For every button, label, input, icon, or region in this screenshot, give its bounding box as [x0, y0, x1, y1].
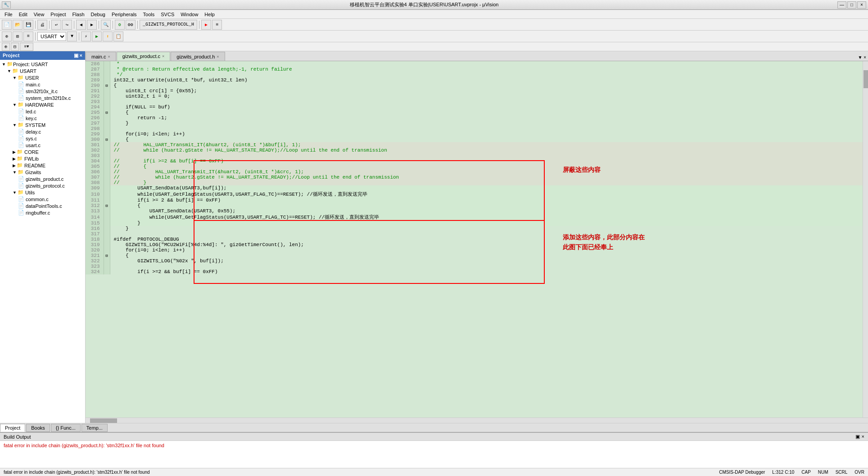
undo-button[interactable]: ↩ [51, 20, 61, 30]
sidebar-item-ledc[interactable]: 📄 led.c [2, 108, 83, 115]
menu-item-file[interactable]: File [2, 11, 15, 18]
sidebar-item-user[interactable]: ▼ 📁 USER [2, 74, 83, 81]
menu-item-debug[interactable]: Debug [88, 11, 108, 18]
toolbar3-btn1[interactable]: ⊕ [2, 43, 10, 51]
toolbar2-btn1[interactable]: ⊕ [2, 31, 12, 41]
close-button[interactable]: × [857, 1, 866, 9]
menu-item-window[interactable]: Window [178, 11, 201, 18]
menu-item-peripherals[interactable]: Peripherals [109, 11, 140, 18]
line-content[interactable] [110, 153, 863, 158]
back-button[interactable]: ◀ [76, 20, 86, 30]
line-content[interactable]: } [110, 226, 863, 231]
sidebar-item-readme[interactable]: ▶ 📁 README [2, 162, 83, 169]
menu-item-view[interactable]: View [31, 11, 47, 18]
line-content[interactable]: while(USART_GetFlagStatus(USART3,USART_F… [110, 191, 863, 198]
tab-gizproducth[interactable]: gizwits_product.h × [171, 52, 225, 61]
line-content[interactable]: GIZWITS_LOG("%02x ", buf[i]); [110, 258, 863, 264]
line-content[interactable]: return -1; [110, 115, 863, 121]
bottom-tab-project[interactable]: Project [0, 424, 25, 432]
tab-gizproduct-close[interactable]: × [162, 54, 164, 58]
line-content[interactable] [110, 126, 863, 131]
sidebar-item-ring[interactable]: 📄 ringbuffer.c [2, 209, 83, 216]
toolbar2-btn6[interactable]: ▶ [92, 31, 102, 41]
sidebar-item-system[interactable]: 📄 system_stm32f10x.c [2, 94, 83, 101]
toolbar3-btn2[interactable]: ⊟ [11, 43, 19, 51]
sidebar-item-gizprotocol[interactable]: 📄 gizwits_protocol.c [2, 182, 83, 189]
build-output-controls[interactable]: ▣ × [855, 434, 864, 440]
sidebar-item-gizproduct[interactable]: 📄 gizwits_product.c [2, 175, 83, 182]
line-content[interactable]: USART_SendData(USART3, 0x55); [110, 208, 863, 214]
toolbar2-btn7[interactable]: ⬆ [103, 31, 113, 41]
toolbar2-btn3[interactable]: ≡ [23, 31, 33, 41]
line-content[interactable]: if(i >=2 && buf[i] == 0xFF) [110, 269, 863, 274]
line-content[interactable] [110, 99, 863, 104]
line-content[interactable]: USART_SendData(USART3,buf[i]); [110, 185, 863, 191]
rebuild-button[interactable]: ⚙⚙ [126, 20, 136, 30]
sidebar-item-usart[interactable]: ▼ 📁 USART [2, 67, 83, 74]
sidebar-item-hardware[interactable]: ▼ 📁 HARDWARE [2, 101, 83, 108]
bottom-tab-books[interactable]: Books [26, 424, 50, 432]
line-content[interactable]: // if(i >=2 && buf[i] == 0xFF) [110, 158, 863, 164]
line-content[interactable]: while(USART_GetFlagStatus(USART3,USART_F… [110, 214, 863, 220]
build-button[interactable]: ⚙ [115, 20, 125, 30]
sidebar-item-sysc[interactable]: 📄 sys.c [2, 135, 83, 142]
menu-item-svcs[interactable]: SVCS [158, 11, 177, 18]
tab-nav-buttons[interactable]: ▼ × [856, 54, 868, 61]
horizontal-scrollbar[interactable] [86, 418, 868, 423]
line-content[interactable]: * [110, 61, 863, 67]
active-file-btn[interactable]: _GIZWITS_PROTOCOL_H [140, 20, 197, 30]
line-content[interactable]: for(i=0; i<len; i++) [110, 131, 863, 137]
print-button[interactable]: 🖨 [37, 20, 47, 30]
hscroll-thumb[interactable] [90, 418, 117, 423]
line-content[interactable]: if(NULL == buf) [110, 104, 863, 110]
menu-item-edit[interactable]: Edit [16, 11, 30, 18]
line-content[interactable] [110, 264, 863, 269]
toolbar3-btn3[interactable]: ≡▼ [20, 43, 33, 51]
menu-item-tools[interactable]: Tools [140, 11, 158, 18]
line-content[interactable]: // { [110, 164, 863, 169]
window-controls[interactable]: — □ × [837, 1, 866, 9]
menu-item-flash[interactable]: Flash [70, 11, 87, 18]
sidebar-item-fwlib[interactable]: ▶ 📁 FWLib [2, 155, 83, 162]
toolbar2-btn4[interactable]: ▼ [67, 31, 77, 41]
bottom-tab-func[interactable]: {} Func... [51, 424, 81, 432]
tab-mainc-close[interactable]: × [108, 54, 110, 59]
toolbar2-btn5[interactable]: ⚡ [81, 31, 91, 41]
line-content[interactable] [110, 231, 863, 237]
tab-mainc[interactable]: main.c × [86, 52, 116, 61]
line-content[interactable]: // while (huart2.gState != HAL_UART_STAT… [110, 148, 863, 153]
line-content[interactable]: * @return : Return effective data length… [110, 67, 863, 72]
find-button[interactable]: 🔍 [101, 20, 111, 30]
tab-gizproducth-close[interactable]: × [217, 54, 219, 59]
toolbar2-btn8[interactable]: 📋 [113, 31, 123, 41]
save-button[interactable]: 💾 [23, 20, 33, 30]
sidebar-item-gizwits[interactable]: ▼ 📁 Gizwits [2, 169, 83, 175]
sidebar-item-delayc[interactable]: 📄 delay.c [2, 128, 83, 135]
toolbar2-btn2[interactable]: ⊞ [13, 31, 23, 41]
sidebar-controls[interactable]: ▣ × [74, 53, 82, 58]
line-content[interactable]: int32_t uartWrite(uint8_t *buf, uint32_t… [110, 77, 863, 83]
forward-button[interactable]: ▶ [87, 20, 97, 30]
tab-gizproduct[interactable]: gizwits_product.c × [117, 52, 171, 61]
line-content[interactable]: // } [110, 180, 863, 185]
line-content[interactable]: // HAL_UART_Transmit_IT(&huart2, (uint8_… [110, 142, 863, 148]
line-content[interactable]: if(i >= 2 && buf[i] == 0xFF) [110, 198, 863, 203]
code-editor[interactable]: 286 *287 * @return : Return effective da… [86, 61, 863, 418]
sidebar-item-utils[interactable]: ▼ 📁 Utils [2, 189, 83, 196]
target-selector[interactable]: USART [37, 32, 66, 41]
line-content[interactable]: #ifdef PROTOCOL_DEBUG [110, 237, 863, 242]
build-close-btn[interactable]: × [862, 434, 864, 440]
line-content[interactable]: uint8_t crc[1] = {0x55}; [110, 88, 863, 94]
project-root[interactable]: ▼ 📁 Project: USART [2, 61, 83, 67]
minimize-button[interactable]: — [837, 1, 846, 9]
sidebar-item-common[interactable]: 📄 common.c [2, 196, 83, 202]
line-content[interactable]: // HAL_UART_Transmit_IT(&huart2, (uint8_… [110, 169, 863, 175]
line-content[interactable]: // while (huart2.gState != HAL_UART_STAT… [110, 175, 863, 180]
line-content[interactable]: */ [110, 72, 863, 77]
open-button[interactable]: 📂 [13, 20, 23, 30]
scroll-thumb[interactable] [863, 70, 868, 88]
sidebar-item-stm32it[interactable]: 📄 stm32f10x_it.c [2, 88, 83, 94]
maximize-button[interactable]: □ [847, 1, 856, 9]
redo-button[interactable]: ↪ [62, 20, 72, 30]
line-content[interactable]: } [110, 220, 863, 226]
